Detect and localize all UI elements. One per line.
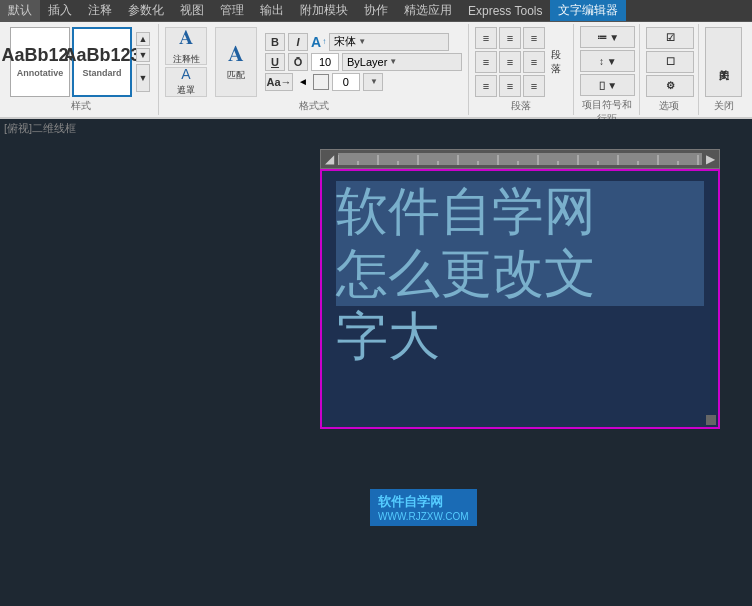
options-btn-1[interactable]: ☑ xyxy=(646,27,694,49)
oblique-button[interactable]: Aa→ xyxy=(265,73,293,91)
style-sample-text-standard: AaBb123 xyxy=(63,45,140,66)
align-bot-center[interactable]: ≡ xyxy=(499,75,521,97)
format-group-label: 格式式 xyxy=(165,97,462,113)
insert-buttons: ≔ ▼ ↕ ▼ ⌷ ▼ xyxy=(580,26,633,96)
color-value-dropdown[interactable]: ▼ xyxy=(363,73,383,91)
align-mid-right[interactable]: ≡ xyxy=(523,51,545,73)
menu-express-tools[interactable]: Express Tools xyxy=(460,0,550,21)
align-mid-left[interactable]: ≡ xyxy=(475,51,497,73)
options-btn-2[interactable]: ☐ xyxy=(646,51,694,73)
ribbon-content: AaBb123 Annotative AaBb123 Standard ▲ ▼ … xyxy=(0,22,752,117)
align-bot-left[interactable]: ≡ xyxy=(475,75,497,97)
menu-output[interactable]: 输出 xyxy=(252,0,292,21)
main-area: [俯视]二维线框 ◢ xyxy=(0,119,752,606)
color-dropdown-arrow: ▼ xyxy=(389,57,397,66)
ribbon-group-insert: ≔ ▼ ↕ ▼ ⌷ ▼ 项目符号和行距 xyxy=(574,24,640,115)
ruler-corner: ◢ xyxy=(325,152,334,166)
menu-default[interactable]: 默认 xyxy=(0,0,40,21)
options-buttons: ☑ ☐ ⚙ xyxy=(646,27,692,97)
match-label: 匹配 xyxy=(227,69,245,82)
height-control: A ↑ xyxy=(311,34,326,50)
mask-label: 遮罩 xyxy=(177,84,195,97)
align-bot-right[interactable]: ≡ xyxy=(523,75,545,97)
insert-btn-2[interactable]: ↕ ▼ xyxy=(580,50,635,72)
format-row-2: U Ō ByLayer ▼ xyxy=(265,53,462,71)
ribbon-group-paragraph: ≡ ≡ ≡ ≡ ≡ ≡ ≡ ≡ ≡ xyxy=(469,24,574,115)
close-group-label: 关闭 xyxy=(705,97,742,113)
menu-annotate[interactable]: 注释 xyxy=(80,0,120,21)
resize-handle[interactable] xyxy=(706,415,716,425)
canvas-area[interactable]: [俯视]二维线框 ◢ xyxy=(0,119,752,606)
font-name: 宋体 xyxy=(334,34,356,49)
italic-button[interactable]: I xyxy=(288,33,308,51)
text-editor-box[interactable]: 软件自学网 怎么更改文 字大 xyxy=(320,169,720,429)
style-scroll-up[interactable]: ▲ xyxy=(136,32,150,46)
font-size-input[interactable] xyxy=(311,53,339,71)
style-samples: AaBb123 Annotative AaBb123 Standard ▲ ▼ … xyxy=(10,27,152,97)
menu-addons[interactable]: 附加模块 xyxy=(292,0,356,21)
ribbon-group-close: 关闭 关闭 xyxy=(699,24,748,115)
align-controls: ≡ ≡ ≡ ≡ ≡ ≡ ≡ ≡ ≡ xyxy=(475,27,545,97)
style-sample-annotative[interactable]: AaBb123 Annotative xyxy=(10,27,70,97)
color-value-input[interactable] xyxy=(332,73,360,91)
paragraph-group-label: 段落 xyxy=(475,97,567,113)
menu-collab[interactable]: 协作 xyxy=(356,0,396,21)
align-row-2: ≡ ≡ ≡ xyxy=(475,51,545,73)
text-editor-container: ◢ xyxy=(320,149,720,429)
match-button[interactable]: 𝐀 匹配 xyxy=(215,27,257,97)
insert-btn-3[interactable]: ⌷ ▼ xyxy=(580,74,635,96)
close-content: 关闭 xyxy=(705,26,742,97)
ribbon: AaBb123 Annotative AaBb123 Standard ▲ ▼ … xyxy=(0,22,752,119)
font-dropdown[interactable]: 宋体 ▼ xyxy=(329,33,449,51)
color-name: ByLayer xyxy=(347,56,387,68)
format-row-1: B I A ↑ 宋体 ▼ xyxy=(265,33,462,51)
annotation-icon: 𝐀 xyxy=(179,26,193,49)
height-icon: A xyxy=(311,34,321,50)
bold-button[interactable]: B xyxy=(265,33,285,51)
menu-view[interactable]: 视图 xyxy=(172,0,212,21)
insert-content: ≔ ▼ ↕ ▼ ⌷ ▼ xyxy=(580,26,633,96)
color-dropdown[interactable]: ByLayer ▼ xyxy=(342,53,462,71)
watermark-text: 软件自学网 xyxy=(378,493,469,511)
menu-text-editor[interactable]: 文字编辑器 xyxy=(550,0,626,21)
editor-text-line1: 软件自学网 怎么更改文 字大 xyxy=(336,181,704,368)
close-editor-button[interactable]: 关闭 xyxy=(705,27,742,97)
options-group-label: 选项 xyxy=(646,97,692,113)
style-sample-standard[interactable]: AaBb123 Standard xyxy=(72,27,132,97)
text-line-3: 字大 xyxy=(336,306,704,368)
menu-parametric[interactable]: 参数化 xyxy=(120,0,172,21)
menu-featured[interactable]: 精选应用 xyxy=(396,0,460,21)
height-subicon: ↑ xyxy=(322,37,326,46)
text-line-2: 怎么更改文 xyxy=(336,243,704,305)
overline-button[interactable]: Ō xyxy=(288,53,308,71)
color-swatch[interactable] xyxy=(313,74,329,90)
style-group-label: 样式 xyxy=(10,97,152,113)
menu-manage[interactable]: 管理 xyxy=(212,0,252,21)
style-expand[interactable]: ▼ xyxy=(136,64,150,92)
style-samples-container: AaBb123 Annotative AaBb123 Standard ▲ ▼ … xyxy=(10,26,152,97)
match-icon: 𝐀 xyxy=(228,41,244,67)
align-top-center[interactable]: ≡ xyxy=(499,27,521,49)
ruler-right-arrow: ▶ xyxy=(706,152,715,166)
annotation-label: 注释性 xyxy=(173,53,200,66)
align-label: 段落 xyxy=(551,48,567,76)
style-scroll-down[interactable]: ▼ xyxy=(136,48,150,62)
color-value-dropdown-arrow: ▼ xyxy=(370,77,378,86)
mask-icon: A xyxy=(181,66,190,82)
format-row-3: Aa→ ◄ ▼ xyxy=(265,73,462,91)
insert-btn-1[interactable]: ≔ ▼ xyxy=(580,26,635,48)
mask-button[interactable]: A 遮罩 xyxy=(165,67,207,97)
options-btn-3[interactable]: ⚙ xyxy=(646,75,694,97)
align-row-1: ≡ ≡ ≡ xyxy=(475,27,545,49)
align-top-right[interactable]: ≡ xyxy=(523,27,545,49)
ruler: ◢ xyxy=(320,149,720,169)
format-controls: B I A ↑ 宋体 ▼ xyxy=(265,33,462,91)
options-content: ☑ ☐ ⚙ xyxy=(646,26,692,97)
paragraph-content: ≡ ≡ ≡ ≡ ≡ ≡ ≡ ≡ ≡ xyxy=(475,26,567,97)
align-mid-center[interactable]: ≡ xyxy=(499,51,521,73)
align-top-left[interactable]: ≡ xyxy=(475,27,497,49)
annotation-button[interactable]: 𝐀 注释性 xyxy=(165,27,207,65)
ribbon-group-options: ☑ ☐ ⚙ 选项 xyxy=(640,24,699,115)
underline-button[interactable]: U xyxy=(265,53,285,71)
menu-insert[interactable]: 插入 xyxy=(40,0,80,21)
